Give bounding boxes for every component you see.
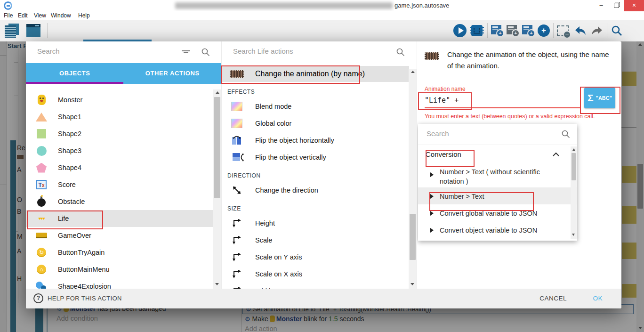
action-row-height[interactable]: Height <box>222 215 417 232</box>
events-list-icon[interactable] <box>5 24 20 38</box>
expr-item-number-to-text-nosci[interactable]: Number > Text ( without scientific notat… <box>418 163 577 187</box>
objects-search-row <box>26 41 221 63</box>
add-comment-button[interactable]: + <box>507 25 519 36</box>
minimize-button[interactable]: – <box>594 0 608 11</box>
search-icon[interactable] <box>396 48 405 57</box>
scrollbar-thumb[interactable] <box>572 153 576 180</box>
help-for-action-link[interactable]: ? HELP FOR THIS ACTION <box>33 293 122 303</box>
play-button[interactable] <box>453 24 467 37</box>
menu-edit[interactable]: Edit <box>18 12 28 19</box>
gameover-icon <box>35 229 48 242</box>
action-row-change-animation[interactable]: Change the animation (by name) <box>222 66 409 82</box>
object-row-gameover[interactable]: GameOver <box>26 227 221 244</box>
expr-item-global-var-json[interactable]: Convert global variable to JSON <box>418 204 577 221</box>
add-subevent-button[interactable]: + <box>522 25 534 36</box>
redo-icon[interactable] <box>590 25 604 36</box>
explosion-icon <box>35 280 48 289</box>
ok-button[interactable]: OK <box>593 295 603 302</box>
scrollbar-thumb[interactable] <box>410 214 416 260</box>
menu-view[interactable]: View <box>34 12 46 19</box>
add-event-button[interactable]: + <box>491 25 503 36</box>
filter-icon[interactable] <box>181 49 191 56</box>
objects-search-input[interactable] <box>36 47 170 56</box>
expression-editor-button[interactable]: Σ "ABC" <box>584 88 615 108</box>
close-button[interactable]: × <box>624 0 644 11</box>
action-row-flip-horizontal[interactable]: Flip the object horizontally <box>222 132 417 149</box>
scroll-down-icon[interactable] <box>215 283 219 285</box>
object-row-shape4explosion[interactable]: Shape4Explosion <box>26 278 221 289</box>
cancel-button[interactable]: CANCEL <box>539 295 567 302</box>
menu-help[interactable]: Help <box>78 12 90 19</box>
tab-objects[interactable]: OBJECTS <box>26 63 124 84</box>
action-row-change-direction[interactable]: Change the direction <box>222 182 417 199</box>
scroll-down-icon[interactable] <box>572 234 575 236</box>
instruction-editor-dialog: OBJECTS OTHER ACTIONS Monster Shape1 Sha… <box>26 41 621 308</box>
action-row-global-color[interactable]: Global color <box>222 115 417 132</box>
actions-search-input[interactable] <box>232 47 366 56</box>
scroll-up-icon[interactable] <box>216 91 219 94</box>
restore-button[interactable] <box>609 0 623 11</box>
retry-button-icon: ↻ <box>35 246 48 259</box>
action-row-scale-x[interactable]: Scale on X axis <box>222 266 417 283</box>
object-row-score[interactable]: TxScore <box>26 176 221 193</box>
action-row-scale-y[interactable]: Scale on Y axis <box>222 249 417 266</box>
object-row-shape3[interactable]: Shape3 <box>26 142 221 159</box>
resize-arrow-icon <box>229 269 245 279</box>
scroll-up-icon[interactable] <box>572 148 575 151</box>
group-conversion[interactable]: Conversion <box>418 145 577 163</box>
action-row-blend-mode[interactable]: Blend mode <box>222 98 417 115</box>
object-row-shape4[interactable]: Shape4 <box>26 159 221 176</box>
toolbar: + + + + – <box>0 20 644 41</box>
delete-event-button[interactable]: – <box>557 25 569 36</box>
rainbow-icon <box>229 119 245 128</box>
sigma-icon: Σ <box>588 92 594 104</box>
section-header-direction: DIRECTION <box>227 172 417 182</box>
object-row-obstacle[interactable]: Obstacle <box>26 193 221 210</box>
expression-search-input[interactable] <box>426 129 540 138</box>
expression-dropdown: Conversion Number > Text ( without scien… <box>418 124 577 241</box>
toolbar-separator <box>607 23 607 38</box>
film-icon <box>229 70 245 78</box>
action-row-flip-vertical[interactable]: Flip the object vertically <box>222 149 417 166</box>
pentagon-icon <box>35 162 48 174</box>
search-icon[interactable] <box>201 48 210 57</box>
triangle-right-icon <box>430 194 434 199</box>
window-title: game.json.autosave <box>394 2 449 9</box>
object-row-buttontryagain[interactable]: ↻ButtonTryAgain <box>26 244 221 261</box>
debug-button[interactable] <box>471 25 483 36</box>
animation-name-input[interactable] <box>425 94 580 106</box>
action-row-scale[interactable]: Scale <box>222 232 417 249</box>
scrollbar-thumb[interactable] <box>214 97 220 198</box>
field-error-text: You must enter a text (between quotes) o… <box>425 113 614 120</box>
toolbar-separator <box>47 23 48 38</box>
actions-scrollbar[interactable] <box>409 69 417 289</box>
menu-file[interactable]: File <box>4 12 13 19</box>
search-toolbar-icon[interactable] <box>611 24 623 37</box>
search-icon[interactable] <box>561 130 571 139</box>
triangle-right-icon <box>430 211 434 216</box>
action-row-width[interactable]: Width <box>222 283 417 289</box>
title-bar: game.json.autosave – × <box>0 0 644 12</box>
scene-editor-icon[interactable] <box>26 24 40 37</box>
scroll-down-icon[interactable] <box>411 283 414 285</box>
add-button[interactable]: + <box>538 24 550 37</box>
triangle-icon <box>35 111 48 123</box>
object-row-monster[interactable]: Monster <box>26 91 221 108</box>
menu-window[interactable]: Window <box>51 12 71 19</box>
object-row-shape1[interactable]: Shape1 <box>26 108 221 125</box>
expression-search-row <box>418 124 577 145</box>
bomb-icon <box>35 195 48 208</box>
animation-name-field-wrap <box>425 94 580 108</box>
scroll-up-icon[interactable] <box>411 71 415 73</box>
tab-other-actions[interactable]: OTHER ACTIONS <box>124 63 222 84</box>
object-row-life[interactable]: ♥♥♥Life <box>26 210 221 227</box>
object-row-shape2[interactable]: Shape2 <box>26 125 221 142</box>
objects-scrollbar[interactable] <box>213 89 221 289</box>
expr-item-number-to-text[interactable]: Number > Text <box>418 187 577 204</box>
objects-panel: OBJECTS OTHER ACTIONS Monster Shape1 Sha… <box>26 41 221 289</box>
chevron-up-icon[interactable] <box>553 152 559 156</box>
dropdown-scrollbar[interactable] <box>571 146 577 239</box>
object-row-buttonmainmenu[interactable]: ⌂ButtonMainMenu <box>26 261 221 278</box>
undo-icon[interactable] <box>574 25 587 36</box>
expr-item-object-var-json[interactable]: Convert object variable to JSON <box>418 221 577 238</box>
